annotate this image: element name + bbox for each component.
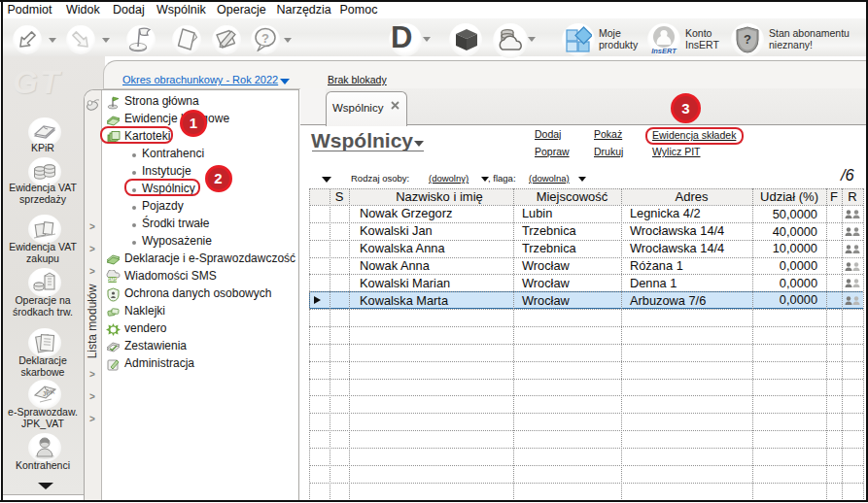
svg-text:JPK: JPK xyxy=(42,387,55,397)
svg-text:?: ? xyxy=(261,31,269,46)
svg-text:InsERT: InsERT xyxy=(651,47,677,54)
svg-text:SMS: SMS xyxy=(108,278,118,283)
svg-text:?: ? xyxy=(744,32,751,47)
